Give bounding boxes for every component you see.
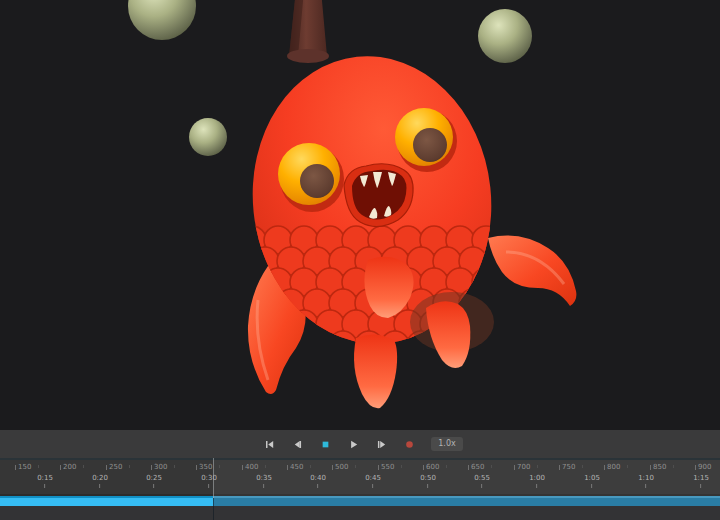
time-tick-label: 0:15 bbox=[37, 474, 53, 482]
time-tick-label: 0:55 bbox=[474, 474, 490, 482]
frame-tick-450: 450 bbox=[287, 464, 303, 471]
animation-player-window: 1.0x 15020025030035040045050055060065070… bbox=[0, 0, 720, 520]
time-tick-0:35: 0:35 bbox=[256, 474, 272, 488]
frame-tick-mark bbox=[332, 465, 333, 470]
frame-minor-tick bbox=[219, 465, 220, 468]
frame-minor-tick bbox=[401, 465, 402, 468]
record-icon bbox=[404, 439, 415, 450]
frame-tick-550: 550 bbox=[378, 464, 394, 471]
frame-tick-label: 700 bbox=[517, 464, 530, 471]
frame-tick-mark bbox=[695, 465, 696, 470]
step-forward-icon bbox=[376, 439, 387, 450]
transport-bar: 1.0x bbox=[0, 430, 720, 458]
time-tick-label: 0:50 bbox=[420, 474, 436, 482]
frame-tick-mark bbox=[242, 465, 243, 470]
time-tick-0:40: 0:40 bbox=[310, 474, 326, 488]
time-tick-mark bbox=[645, 484, 646, 488]
frame-tick-mark bbox=[151, 465, 152, 470]
frame-tick-400: 400 bbox=[242, 464, 258, 471]
frame-minor-tick bbox=[265, 465, 266, 468]
playhead-line-ruler bbox=[213, 458, 214, 498]
previous-frame-button[interactable] bbox=[285, 433, 309, 455]
time-tick-label: 0:35 bbox=[256, 474, 272, 482]
frame-minor-tick bbox=[38, 465, 39, 468]
frame-tick-label: 300 bbox=[154, 464, 167, 471]
stop-button[interactable] bbox=[313, 433, 337, 455]
frame-tick-800: 800 bbox=[604, 464, 620, 471]
time-tick-label: 0:30 bbox=[201, 474, 217, 482]
stop-icon bbox=[320, 439, 331, 450]
frame-tick-900: 900 bbox=[695, 464, 711, 471]
frame-tick-label: 250 bbox=[109, 464, 122, 471]
frame-tick-600: 600 bbox=[423, 464, 439, 471]
frame-minor-tick bbox=[174, 465, 175, 468]
playhead-line-bar bbox=[213, 498, 214, 520]
record-button[interactable] bbox=[397, 433, 421, 455]
timeline-ruler[interactable]: 1502002503003504004505005506006507007508… bbox=[0, 460, 720, 496]
time-tick-0:50: 0:50 bbox=[420, 474, 436, 488]
time-tick-1:10: 1:10 bbox=[638, 474, 654, 488]
frame-tick-mark bbox=[378, 465, 379, 470]
frame-tick-350: 350 bbox=[196, 464, 212, 471]
time-tick-label: 0:40 bbox=[310, 474, 326, 482]
time-tick-label: 1:15 bbox=[693, 474, 709, 482]
next-frame-button[interactable] bbox=[369, 433, 393, 455]
frame-minor-tick bbox=[355, 465, 356, 468]
time-tick-mark bbox=[536, 484, 537, 488]
skip-to-start-button[interactable] bbox=[257, 433, 281, 455]
time-tick-1:05: 1:05 bbox=[584, 474, 600, 488]
frame-tick-mark bbox=[559, 465, 560, 470]
frame-minor-tick bbox=[129, 465, 130, 468]
preview-stage bbox=[0, 0, 720, 430]
frame-tick-mark bbox=[468, 465, 469, 470]
frame-minor-tick bbox=[673, 465, 674, 468]
time-tick-1:15: 1:15 bbox=[693, 474, 709, 488]
time-tick-0:45: 0:45 bbox=[365, 474, 381, 488]
stage-canvas bbox=[0, 0, 720, 430]
play-button[interactable] bbox=[341, 433, 365, 455]
frame-tick-mark bbox=[196, 465, 197, 470]
frame-tick-250: 250 bbox=[106, 464, 122, 471]
frame-tick-label: 400 bbox=[245, 464, 258, 471]
frame-tick-label: 200 bbox=[63, 464, 76, 471]
frame-tick-200: 200 bbox=[60, 464, 76, 471]
frame-tick-label: 900 bbox=[698, 464, 711, 471]
playhead[interactable] bbox=[213, 458, 214, 520]
frame-tick-700: 700 bbox=[514, 464, 530, 471]
time-tick-mark bbox=[153, 484, 154, 488]
time-tick-mark bbox=[317, 484, 318, 488]
play-icon bbox=[348, 439, 359, 450]
time-tick-mark bbox=[208, 484, 209, 488]
frame-minor-tick bbox=[446, 465, 447, 468]
frame-tick-label: 550 bbox=[381, 464, 394, 471]
time-tick-mark bbox=[700, 484, 701, 488]
frame-tick-750: 750 bbox=[559, 464, 575, 471]
frame-tick-mark bbox=[106, 465, 107, 470]
time-tick-0:20: 0:20 bbox=[92, 474, 108, 488]
frame-tick-label: 850 bbox=[653, 464, 666, 471]
timeline-progress-track[interactable] bbox=[0, 496, 720, 506]
frame-minor-tick bbox=[582, 465, 583, 468]
time-tick-mark bbox=[481, 484, 482, 488]
frame-minor-tick bbox=[627, 465, 628, 468]
skip-start-icon bbox=[264, 439, 275, 450]
frame-tick-label: 800 bbox=[607, 464, 620, 471]
time-tick-mark bbox=[44, 484, 45, 488]
frame-minor-tick bbox=[83, 465, 84, 468]
frame-tick-mark bbox=[650, 465, 651, 470]
time-tick-mark bbox=[427, 484, 428, 488]
frame-tick-label: 150 bbox=[18, 464, 31, 471]
playback-speed-button[interactable]: 1.0x bbox=[431, 437, 462, 451]
time-tick-label: 1:00 bbox=[529, 474, 545, 482]
frame-tick-500: 500 bbox=[332, 464, 348, 471]
frame-tick-label: 650 bbox=[471, 464, 484, 471]
time-tick-0:55: 0:55 bbox=[474, 474, 490, 488]
frame-tick-850: 850 bbox=[650, 464, 666, 471]
frame-minor-tick bbox=[537, 465, 538, 468]
time-tick-label: 1:10 bbox=[638, 474, 654, 482]
frame-tick-mark bbox=[514, 465, 515, 470]
bubble bbox=[189, 118, 227, 156]
time-tick-mark bbox=[372, 484, 373, 488]
frame-minor-tick bbox=[491, 465, 492, 468]
frame-tick-label: 450 bbox=[290, 464, 303, 471]
